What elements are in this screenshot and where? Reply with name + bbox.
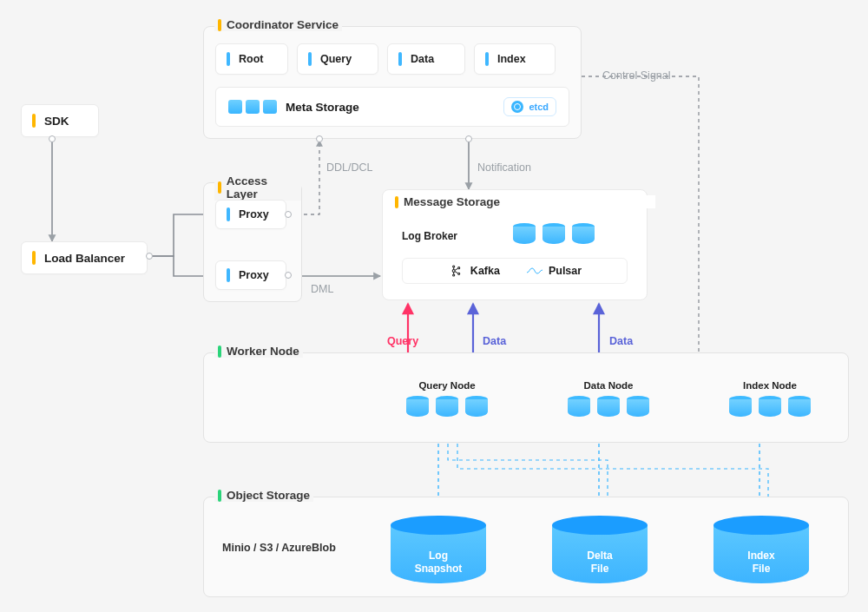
kafka-option: Kafka — [448, 264, 500, 278]
load-balancer-label: Load Balancer — [44, 252, 125, 265]
object-storage-providers: Minio / S3 / AzureBlob — [222, 542, 336, 554]
log-broker-label: Log Broker — [402, 230, 457, 242]
notification-label: Notification — [477, 161, 531, 174]
object-storage-title: Object Storage — [214, 489, 313, 502]
etcd-icon — [511, 101, 523, 113]
delta-file-cylinder: Delta File — [552, 516, 648, 583]
meta-storage-label: Meta Storage — [286, 101, 359, 114]
pulsar-icon — [526, 264, 543, 278]
query-node: Query Node — [391, 380, 503, 417]
svg-point-3 — [457, 267, 459, 269]
port-icon — [285, 211, 292, 218]
broker-options: Kafka Pulsar — [402, 258, 628, 284]
coordinator-title: Coordinator Service — [214, 18, 342, 31]
proxy1-label: Proxy — [239, 208, 269, 220]
log-snapshot-cylinder: Log Snapshot — [391, 516, 486, 583]
access-layer-title: Access Layer — [214, 174, 301, 201]
coord-root: Root — [215, 43, 288, 75]
dml-label: DML — [311, 283, 333, 295]
data-node-cylinders-icon — [552, 396, 665, 417]
etcd-badge: etcd — [503, 97, 556, 116]
query-node-cylinders-icon — [391, 396, 503, 417]
log-broker-cylinders-icon — [513, 223, 595, 244]
coord-index: Index — [474, 43, 556, 75]
pulsar-option: Pulsar — [526, 264, 582, 278]
kafka-icon — [448, 264, 465, 278]
sdk-box: SDK — [21, 104, 99, 137]
control-signal-label: Control Signal — [602, 69, 671, 82]
proxy-box-2: Proxy — [215, 260, 286, 290]
coord-query: Query — [297, 43, 378, 75]
data-arrow-label-1: Data — [483, 335, 506, 347]
index-node: Index Node — [713, 380, 826, 417]
port-icon — [146, 253, 153, 260]
svg-point-4 — [457, 273, 459, 274]
architecture-diagram: SDK Load Balancer Access Layer Proxy Pro… — [0, 0, 868, 612]
port-icon — [285, 272, 292, 279]
index-node-cylinders-icon — [713, 396, 826, 417]
svg-point-0 — [452, 270, 455, 273]
message-storage-title: Message Storage — [391, 195, 655, 208]
sdk-label: SDK — [44, 115, 69, 128]
data-arrow-label-2: Data — [609, 335, 633, 347]
port-icon — [316, 135, 323, 142]
port-icon — [465, 135, 472, 142]
message-storage-panel: Message Storage Log Broker Kafka Pulsar — [382, 189, 648, 300]
data-node: Data Node — [552, 380, 665, 417]
port-icon — [49, 135, 56, 142]
proxy2-label: Proxy — [239, 269, 269, 281]
worker-node-title: Worker Node — [214, 345, 303, 358]
meta-storage-row: Meta Storage etcd — [215, 87, 569, 127]
query-arrow-label: Query — [387, 335, 418, 347]
coord-data: Data — [387, 43, 465, 75]
proxy-box-1: Proxy — [215, 200, 286, 229]
etcd-label: etcd — [529, 102, 549, 112]
svg-point-2 — [452, 274, 454, 276]
meta-cylinders-icon — [228, 100, 277, 114]
index-file-cylinder: Index File — [713, 516, 809, 583]
ddl-dcl-label: DDL/DCL — [326, 161, 373, 174]
load-balancer-box: Load Balancer — [21, 241, 148, 274]
svg-point-1 — [452, 266, 454, 267]
